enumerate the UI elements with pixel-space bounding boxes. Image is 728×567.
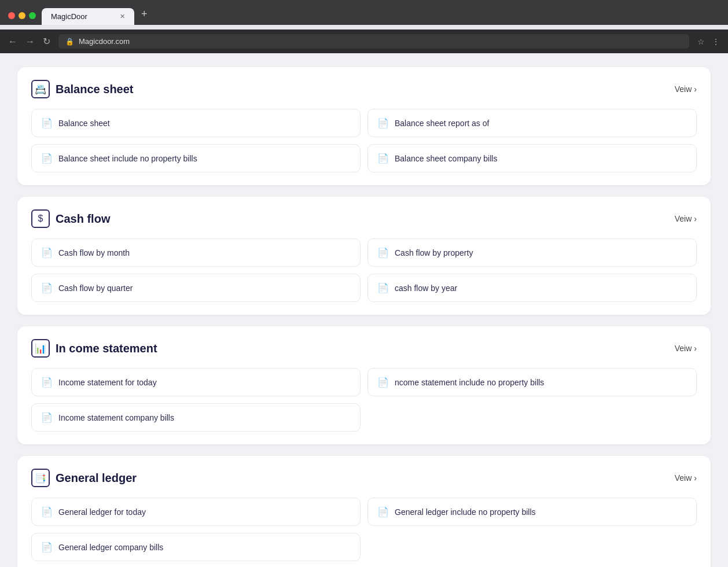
section-icon-general-ledger: 📑 (31, 469, 50, 487)
document-icon: 📄 (41, 117, 53, 128)
section-title-group-general-ledger: 📑General ledger (31, 469, 137, 487)
report-item-label: Balance sheet company bills (395, 154, 497, 163)
report-item[interactable]: 📄Cash flow by property (367, 238, 697, 267)
chevron-right-icon: › (694, 214, 697, 223)
tab-title: MagicDoor (51, 12, 87, 21)
section-card-general-ledger: 📑General ledgerVeiw›📄General ledger for … (17, 456, 711, 567)
document-icon: 📄 (41, 247, 53, 258)
address-bar: ← → ↻ 🔒 Magicdoor.com ☆ ⋮ (0, 30, 728, 53)
report-item-label: Income statement for today (58, 378, 157, 387)
url-text: Magicdoor.com (79, 37, 130, 46)
lock-icon: 🔒 (65, 38, 74, 46)
report-item[interactable]: 📄Balance sheet report as of (367, 109, 697, 137)
chevron-right-icon: › (694, 344, 697, 353)
section-title-group-balance-sheet: 📇Balance sheet (31, 80, 134, 98)
view-link-general-ledger[interactable]: Veiw› (675, 473, 697, 483)
document-icon: 📄 (377, 506, 389, 517)
new-tab-button[interactable]: + (137, 6, 152, 23)
section-icon-income-statement: 📊 (31, 339, 50, 358)
report-item-label: Balance sheet (58, 119, 110, 128)
document-icon: 📄 (377, 117, 389, 128)
section-card-balance-sheet: 📇Balance sheetVeiw›📄Balance sheet📄Balanc… (17, 67, 711, 185)
report-item[interactable]: 📄Income statement for today (31, 368, 361, 396)
report-item-label: Balance sheet include no property bills (58, 154, 197, 163)
maximize-dot[interactable] (29, 12, 36, 19)
report-item[interactable]: 📄General ledger include no property bill… (367, 498, 697, 526)
sections-container: 📇Balance sheetVeiw›📄Balance sheet📄Balanc… (17, 67, 711, 567)
report-item-label: Cash flow by property (395, 248, 473, 257)
tab-close-icon[interactable]: ✕ (120, 13, 125, 20)
section-card-income-statement: 📊In come statementVeiw›📄Income statement… (17, 326, 711, 444)
section-title-cash-flow: Cash flow (56, 212, 110, 226)
section-title-balance-sheet: Balance sheet (56, 83, 134, 96)
document-icon: 📄 (41, 153, 53, 164)
report-item[interactable]: 📄cash flow by year (367, 274, 697, 302)
back-button[interactable]: ← (8, 36, 17, 47)
report-item-label: Cash flow by quarter (58, 284, 133, 293)
view-link-balance-sheet[interactable]: Veiw› (675, 84, 697, 94)
document-icon: 📄 (377, 377, 389, 388)
section-header-income-statement: 📊In come statementVeiw› (31, 339, 697, 358)
section-header-cash-flow: $Cash flowVeiw› (31, 209, 697, 228)
section-title-group-income-statement: 📊In come statement (31, 339, 157, 358)
address-bar-actions: ☆ ⋮ (697, 37, 720, 46)
report-item-label: Income statement company bills (58, 413, 174, 422)
section-icon-balance-sheet: 📇 (31, 80, 50, 98)
document-icon: 📄 (377, 153, 389, 164)
document-icon: 📄 (377, 282, 389, 293)
report-item-label: General ledger company bills (58, 543, 163, 552)
items-grid-cash-flow: 📄Cash flow by month📄Cash flow by propert… (31, 238, 697, 302)
section-title-group-cash-flow: $Cash flow (31, 209, 110, 228)
chevron-right-icon: › (694, 84, 697, 94)
view-link-income-statement[interactable]: Veiw› (675, 344, 697, 353)
section-title-income-statement: In come statement (56, 342, 157, 355)
section-header-general-ledger: 📑General ledgerVeiw› (31, 469, 697, 487)
section-title-general-ledger: General ledger (56, 472, 137, 485)
report-item[interactable]: 📄Balance sheet include no property bills (31, 144, 361, 172)
section-icon-cash-flow: $ (31, 209, 50, 228)
url-bar[interactable]: 🔒 Magicdoor.com (58, 34, 689, 49)
document-icon: 📄 (41, 412, 53, 423)
report-item[interactable]: 📄Balance sheet (31, 109, 361, 137)
report-item-label: General ledger for today (58, 507, 146, 517)
report-item[interactable]: 📄Cash flow by month (31, 238, 361, 267)
star-icon[interactable]: ☆ (697, 37, 705, 46)
view-label: Veiw (675, 344, 692, 353)
document-icon: 📄 (377, 247, 389, 258)
report-item-label: cash flow by year (395, 284, 457, 293)
view-label: Veiw (675, 473, 692, 483)
report-item[interactable]: 📄ncome statement include no property bil… (367, 368, 697, 396)
section-header-balance-sheet: 📇Balance sheetVeiw› (31, 80, 697, 98)
menu-icon[interactable]: ⋮ (712, 37, 720, 46)
minimize-dot[interactable] (19, 12, 25, 19)
document-icon: 📄 (41, 506, 53, 517)
view-label: Veiw (675, 214, 692, 223)
section-card-cash-flow: $Cash flowVeiw›📄Cash flow by month📄Cash … (17, 197, 711, 315)
report-item[interactable]: 📄Balance sheet company bills (367, 144, 697, 172)
browser-chrome: MagicDoor ✕ + (0, 0, 728, 25)
items-grid-balance-sheet: 📄Balance sheet📄Balance sheet report as o… (31, 109, 697, 172)
items-grid-general-ledger: 📄General ledger for today📄General ledger… (31, 498, 697, 561)
report-item-label: Balance sheet report as of (395, 119, 489, 128)
forward-button[interactable]: → (25, 36, 35, 47)
reload-button[interactable]: ↻ (43, 36, 50, 47)
report-item-label: Cash flow by month (58, 248, 130, 257)
items-grid-income-statement: 📄Income statement for today📄ncome statem… (31, 368, 697, 432)
close-dot[interactable] (8, 12, 15, 19)
browser-tab[interactable]: MagicDoor ✕ (42, 8, 134, 25)
tab-bar: MagicDoor ✕ + (42, 6, 152, 25)
report-item[interactable]: 📄General ledger for today (31, 498, 361, 526)
report-item-label: General ledger include no property bills (395, 507, 536, 517)
view-link-cash-flow[interactable]: Veiw› (675, 214, 697, 223)
view-label: Veiw (675, 84, 692, 94)
document-icon: 📄 (41, 377, 53, 388)
report-item[interactable]: 📄Income statement company bills (31, 403, 361, 432)
document-icon: 📄 (41, 282, 53, 293)
report-item[interactable]: 📄General ledger company bills (31, 533, 361, 561)
traffic-lights (8, 12, 36, 19)
chevron-right-icon: › (694, 473, 697, 483)
main-content: 📇Balance sheetVeiw›📄Balance sheet📄Balanc… (0, 53, 728, 567)
document-icon: 📄 (41, 542, 53, 553)
report-item[interactable]: 📄Cash flow by quarter (31, 274, 361, 302)
report-item-label: ncome statement include no property bill… (395, 378, 544, 387)
